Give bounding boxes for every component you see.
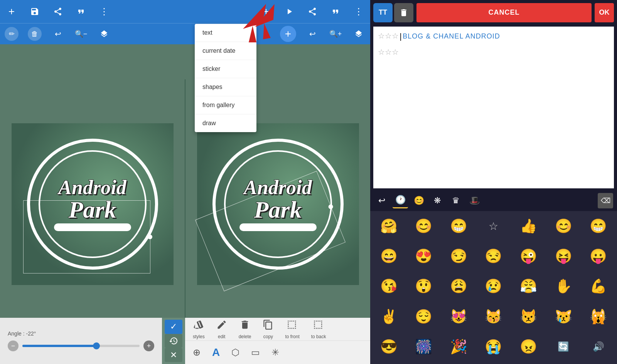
slider-container: − + [8, 341, 154, 351]
right-delete-button[interactable] [394, 3, 413, 22]
text-editor-area[interactable]: ☆☆☆ BLOG & CHANEL ANDROID ☆☆☆ [373, 27, 614, 188]
slider-track[interactable] [22, 345, 140, 347]
emoji-laughing[interactable]: 😄 [372, 243, 406, 270]
delete-icon [239, 319, 250, 332]
more2-button[interactable]: ⋮ [352, 5, 366, 18]
text-format-button[interactable]: TT [373, 3, 393, 22]
emoji-cat-kiss[interactable]: 😽 [477, 303, 511, 330]
slider-plus-button[interactable]: + [143, 341, 154, 351]
right-top-bar: TT CANCEL OK [370, 0, 617, 25]
undo-button[interactable]: ↩ [51, 27, 65, 41]
emoji-sob[interactable]: 😭 [477, 333, 511, 360]
emoji-grin[interactable]: 😁 [442, 213, 476, 240]
slider-minus-button[interactable]: − [8, 341, 19, 351]
emoji-relieved[interactable]: 😌 [407, 303, 441, 330]
emoji-toolbar: ↩ 🕐 😊 ❋ ♛ 🎩 ⌫ [370, 190, 617, 211]
share-button[interactable] [51, 5, 65, 18]
delete-round-button[interactable]: 🗑 [28, 27, 42, 41]
emoji-big-grin[interactable]: 😁 [581, 213, 615, 240]
slider-thumb[interactable] [93, 342, 100, 349]
emoji-cat-heart[interactable]: 😻 [442, 303, 476, 330]
emoji-peace[interactable]: ✌️ [372, 303, 406, 330]
image-left[interactable]: Android Park [12, 123, 174, 285]
angle-panel: Angle : -22° − + [0, 318, 162, 364]
styles-tool[interactable]: styles [193, 319, 205, 339]
quote2-button[interactable] [329, 5, 342, 18]
emoji-cry[interactable]: 😢 [477, 273, 511, 300]
emoji-fireworks[interactable]: 🎆 [407, 333, 441, 360]
emoji-undo-button[interactable]: ↩ [374, 193, 389, 208]
bottom-tools-row2: ⊕ A ⬡ ▭ ✳ [185, 341, 370, 364]
emoji-muscle[interactable]: 💪 [581, 273, 615, 300]
emoji-kissing[interactable]: 😘 [372, 273, 406, 300]
emoji-flower-button[interactable]: ❋ [430, 193, 445, 208]
zoom-out-button[interactable]: 🔍− [74, 27, 88, 41]
delete-tool[interactable]: delete [239, 319, 251, 339]
logo-park-text-right: Park [254, 198, 302, 221]
emoji-stuck-out-tongue[interactable]: 😛 [581, 243, 615, 270]
emoji-sunglasses[interactable]: 😎 [372, 333, 406, 360]
image-right[interactable]: Android Park [197, 123, 359, 285]
sparkle-icon[interactable]: ✳ [271, 347, 279, 358]
emoji-weary[interactable]: 😩 [442, 273, 476, 300]
dropdown-shapes[interactable]: shapes [195, 78, 256, 96]
to-back-tool[interactable]: to back [311, 319, 326, 339]
share2-button[interactable] [305, 5, 319, 18]
emoji-angry[interactable]: 😤 [511, 273, 546, 300]
edit-round-button[interactable]: ✏ [5, 27, 19, 41]
emoji-hugging[interactable]: 🤗 [372, 213, 406, 240]
layers2-button[interactable] [352, 27, 366, 41]
emoji-thumbs-up-pink[interactable]: 👍 [511, 213, 546, 240]
ok-button[interactable]: OK [595, 3, 614, 22]
emoji-party-popper[interactable]: 🎉 [442, 333, 476, 360]
forward-button[interactable] [282, 5, 296, 18]
more-button[interactable]: ⋮ [97, 5, 111, 18]
emoji-heart-eyes[interactable]: 😍 [407, 243, 441, 270]
dropdown-draw[interactable]: draw [195, 114, 256, 132]
emoji-unamused[interactable]: 😒 [477, 243, 511, 270]
dropdown-from-gallery[interactable]: from gallery [195, 96, 256, 114]
emoji-astonished[interactable]: 😲 [407, 273, 441, 300]
layers-button[interactable] [97, 27, 111, 41]
close-action-button[interactable]: ✕ [165, 348, 182, 362]
text-icon[interactable]: A [212, 346, 220, 359]
cancel-button[interactable]: CANCEL [416, 3, 592, 22]
edit-tool[interactable]: edit [216, 319, 227, 339]
history-button[interactable] [165, 334, 182, 348]
quote-button[interactable] [74, 5, 88, 18]
emoji-cycle[interactable]: 🔄 [546, 333, 581, 360]
emoji-stuck-out-tongue-winking[interactable]: 😜 [511, 243, 546, 270]
emoji-backspace-button[interactable]: ⌫ [598, 193, 613, 208]
emoji-scream-cat[interactable]: 🙀 [581, 303, 615, 330]
emoji-smirk[interactable]: 😏 [442, 243, 476, 270]
emoji-happy[interactable]: 😊 [546, 213, 581, 240]
emoji-cat-pouting[interactable]: 😾 [511, 303, 546, 330]
emoji-smile[interactable]: 😊 [407, 213, 441, 240]
slider-fill [22, 345, 99, 347]
emoji-stuck-out-tongue-closed[interactable]: 😝 [546, 243, 581, 270]
add3-button[interactable]: + [280, 26, 296, 42]
rectangle-icon[interactable]: ▭ [251, 347, 260, 358]
emoji-hat-button[interactable]: 🎩 [467, 193, 482, 208]
copy-label: copy [263, 334, 273, 339]
zoom-in-button[interactable]: 🔍+ [329, 27, 342, 41]
emoji-rage[interactable]: 😠 [511, 333, 546, 360]
logo-android-text-right: Android [244, 178, 312, 198]
circle-blend-icon[interactable]: ⊕ [193, 347, 201, 358]
copy-tool[interactable]: copy [263, 319, 273, 339]
emoji-hand-red[interactable]: ✋ [546, 273, 581, 300]
check-button[interactable]: ✓ [165, 320, 182, 334]
to-front-tool[interactable]: to front [285, 319, 299, 339]
add-button[interactable]: + [5, 5, 19, 18]
dropdown-sticker[interactable]: sticker [195, 60, 256, 78]
emoji-sound[interactable]: 🔊 [581, 333, 615, 360]
save-button[interactable] [28, 5, 42, 18]
emoji-smiley-button[interactable]: 😊 [411, 193, 427, 208]
emoji-crown-button[interactable]: ♛ [448, 193, 464, 208]
emoji-clock-button[interactable]: 🕐 [393, 193, 408, 208]
hexagon-icon[interactable]: ⬡ [231, 347, 239, 358]
arrow-annotation [204, 2, 282, 48]
emoji-star-outline[interactable]: ☆ [477, 213, 511, 240]
undo2-button[interactable]: ↩ [305, 27, 319, 41]
emoji-cat-cry[interactable]: 😿 [546, 303, 581, 330]
